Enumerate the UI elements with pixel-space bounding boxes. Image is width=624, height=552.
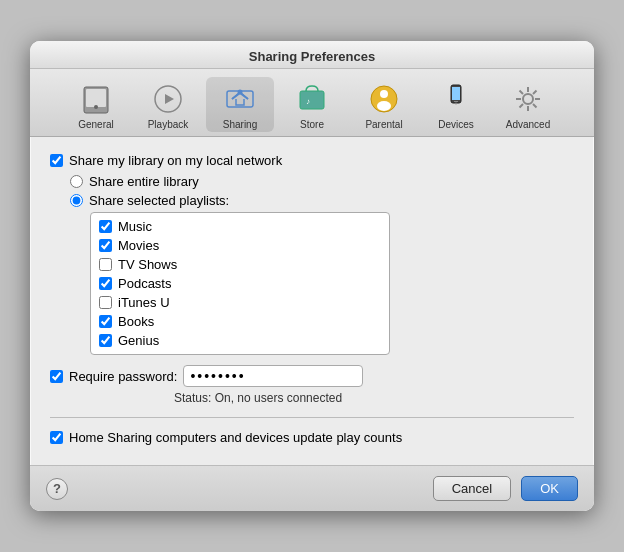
password-input[interactable]	[183, 365, 363, 387]
toolbar-item-general[interactable]: General	[62, 77, 130, 132]
svg-line-7	[232, 92, 240, 99]
svg-line-23	[520, 91, 524, 95]
svg-line-24	[533, 104, 537, 108]
svg-line-25	[533, 91, 537, 95]
advanced-label: Advanced	[506, 119, 550, 130]
share-library-row: Share my library on my local network	[50, 153, 574, 168]
playlist-genius-checkbox[interactable]	[99, 334, 112, 347]
playlist-books-checkbox[interactable]	[99, 315, 112, 328]
playlist-podcasts-label: Podcasts	[118, 276, 171, 291]
list-item: Podcasts	[91, 274, 389, 293]
playlist-tvshows-checkbox[interactable]	[99, 258, 112, 271]
home-sharing-checkbox[interactable]	[50, 431, 63, 444]
playlist-movies-label: Movies	[118, 238, 159, 253]
playlist-movies-checkbox[interactable]	[99, 239, 112, 252]
share-entire-label: Share entire library	[89, 174, 199, 189]
toolbar: General Playback	[30, 69, 594, 137]
sharing-label: Sharing	[223, 119, 257, 130]
playlist-tvshows-label: TV Shows	[118, 257, 177, 272]
playlist-podcasts-checkbox[interactable]	[99, 277, 112, 290]
svg-point-18	[523, 94, 533, 104]
toolbar-item-sharing[interactable]: Sharing	[206, 77, 274, 132]
toolbar-item-playback[interactable]: Playback	[134, 77, 202, 132]
playlist-books-label: Books	[118, 314, 154, 329]
svg-point-2	[94, 105, 98, 109]
share-entire-row: Share entire library	[70, 174, 574, 189]
svg-marker-4	[165, 94, 174, 104]
status-label: Status: On, no users connected	[174, 391, 342, 405]
share-library-checkbox[interactable]	[50, 154, 63, 167]
svg-rect-1	[86, 89, 106, 107]
window-title: Sharing Preferences	[249, 49, 375, 64]
share-selected-radio[interactable]	[70, 194, 83, 207]
playlist-music-label: Music	[118, 219, 152, 234]
status-row: Status: On, no users connected	[174, 391, 574, 405]
sharing-icon	[222, 81, 258, 117]
devices-label: Devices	[438, 119, 474, 130]
svg-rect-16	[454, 101, 458, 102]
svg-text:♪: ♪	[306, 97, 310, 106]
devices-icon	[438, 81, 474, 117]
playlist-box: Music Movies TV Shows Podcasts iTunes U …	[90, 212, 390, 355]
list-item: TV Shows	[91, 255, 389, 274]
home-sharing-label: Home Sharing computers and devices updat…	[69, 430, 402, 445]
svg-point-17	[455, 103, 457, 105]
titlebar: Sharing Preferences	[30, 41, 594, 69]
share-selected-label: Share selected playlists:	[89, 193, 229, 208]
advanced-icon	[510, 81, 546, 117]
cancel-button[interactable]: Cancel	[433, 476, 511, 501]
toolbar-item-devices[interactable]: Devices	[422, 77, 490, 132]
svg-rect-15	[452, 87, 460, 100]
share-selected-row: Share selected playlists:	[70, 193, 574, 208]
svg-line-26	[520, 104, 524, 108]
store-icon: ♪	[294, 81, 330, 117]
toolbar-item-parental[interactable]: Parental	[350, 77, 418, 132]
list-item: Books	[91, 312, 389, 331]
playlist-itunesu-checkbox[interactable]	[99, 296, 112, 309]
share-library-label: Share my library on my local network	[69, 153, 282, 168]
content-area: Share my library on my local network Sha…	[30, 137, 594, 465]
playback-icon	[150, 81, 186, 117]
help-icon: ?	[53, 481, 61, 496]
divider	[50, 417, 574, 418]
store-label: Store	[300, 119, 324, 130]
general-label: General	[78, 119, 114, 130]
require-password-label: Require password:	[69, 369, 177, 384]
general-icon	[78, 81, 114, 117]
svg-point-13	[377, 101, 391, 111]
svg-rect-9	[300, 91, 324, 109]
toolbar-item-advanced[interactable]: Advanced	[494, 77, 562, 132]
help-button[interactable]: ?	[46, 478, 68, 500]
playlist-genius-label: Genius	[118, 333, 159, 348]
require-password-checkbox[interactable]	[50, 370, 63, 383]
list-item: Genius	[91, 331, 389, 350]
window: Sharing Preferences General Playba	[30, 41, 594, 511]
home-sharing-row: Home Sharing computers and devices updat…	[50, 430, 574, 445]
list-item: iTunes U	[91, 293, 389, 312]
playlist-music-checkbox[interactable]	[99, 220, 112, 233]
playback-label: Playback	[148, 119, 189, 130]
playlist-itunesu-label: iTunes U	[118, 295, 170, 310]
list-item: Music	[91, 217, 389, 236]
list-item: Movies	[91, 236, 389, 255]
share-entire-radio[interactable]	[70, 175, 83, 188]
toolbar-item-store[interactable]: ♪ Store	[278, 77, 346, 132]
parental-icon	[366, 81, 402, 117]
password-row: Require password:	[50, 365, 574, 387]
button-bar: ? Cancel OK	[30, 465, 594, 511]
ok-button[interactable]: OK	[521, 476, 578, 501]
svg-point-12	[380, 90, 388, 98]
svg-line-8	[240, 92, 248, 99]
parental-label: Parental	[365, 119, 402, 130]
